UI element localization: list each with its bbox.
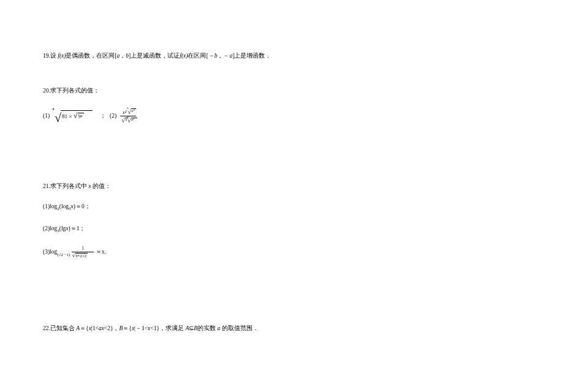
q21s3-num: 1	[81, 246, 85, 251]
q21s3-label: (3)log	[43, 249, 57, 255]
fraction-denominator: √x 10√x³	[120, 117, 136, 124]
fourth-root-icon: 4 √ 81 × √9²	[53, 108, 96, 125]
radicand-content: 81 × √9²	[62, 112, 77, 121]
cube-root-icon: 3√x³	[128, 108, 131, 115]
q21s3-sqrt-rad: 3+2√2	[75, 254, 86, 258]
exam-content: 19.设 f(x)是偶函数，在区间[a，b]上是减函数，试证f(x)在区间[－b…	[43, 52, 521, 345]
q21s3-den: √3+2√2	[72, 253, 94, 258]
q19-fx2: f(x)	[180, 53, 188, 59]
q22-number: 22.已知集合	[43, 325, 76, 331]
q19-fx: f(x)	[58, 53, 66, 59]
q21-number: 21.求下列各式中	[43, 183, 87, 189]
den-10-rad: x³	[131, 118, 134, 123]
q19-c2: ，－	[217, 53, 229, 59]
q22-eq1: ＝{	[80, 325, 89, 331]
root-degree: 4	[52, 107, 55, 113]
q20-math-row: (1) 4 √ 81 × √9² ； (2) x² 3√x³ √x 10√x³	[43, 108, 136, 125]
q22-end: 的取值范围．	[220, 325, 258, 331]
q19-t3: 在区间[－	[188, 53, 214, 59]
num-x2: x²	[123, 109, 126, 115]
inner-radicand: 9²	[78, 113, 82, 120]
q22-eq2: ＝{	[123, 325, 132, 331]
problem-21-title: 21.求下列各式中 x 的值：	[43, 183, 521, 190]
q21s1-left: (log	[59, 203, 69, 209]
den-10deg: 10	[126, 115, 129, 119]
q21s3-fraction: 1 √3+2√2	[72, 246, 94, 258]
problem-22: 22.已知集合 A＝{x|1<ax<2}，B＝{x|－1<x<1}，求满足 A⊆…	[43, 325, 521, 333]
q22-bar1: |1<	[91, 325, 99, 331]
problem-21-sub3: (3)log(√2 −1) 1 √3+2√2 ＝x.	[43, 246, 521, 258]
fraction-numerator: x² 3√x³	[121, 108, 135, 115]
vinculum-bar	[61, 110, 93, 111]
inner-surd-icon: √	[74, 111, 78, 120]
num-cbrt-rad: x³	[131, 109, 134, 114]
q21s1-label: (1)log	[43, 203, 57, 209]
q22-ax: ax	[99, 325, 104, 331]
q20-sub2-label: (2)	[110, 112, 116, 120]
q21s1-right: )＝0；	[74, 203, 91, 209]
q21-x: x	[87, 183, 93, 189]
problem-21-sub1: (1)log2(log5x)＝0；	[43, 203, 521, 213]
den-sqrt-icon: √x	[121, 117, 125, 124]
problem-20-title: 20.求下列各式的值：	[43, 87, 521, 95]
q19-t1: 是偶函数，在区间[	[66, 53, 116, 59]
problem-21-sub2: (2)log3(lgx)＝1；	[43, 225, 521, 235]
q21s2-label: (2)log	[43, 225, 57, 232]
q20-fraction: x² 3√x³ √x 10√x³	[120, 108, 136, 124]
q19-t4: ]上是增函数．	[232, 53, 271, 59]
q21-tail: 的值：	[93, 183, 111, 189]
q22-lt2: <2}，	[104, 325, 120, 331]
q21s3-eqx: ＝x.	[96, 249, 106, 255]
q19-number: 19.设	[43, 53, 58, 59]
radicand-81: 81 ×	[62, 113, 74, 119]
q20-number: 20.求下列各式的值：	[43, 88, 99, 94]
q20-sub1-label: (1)	[43, 112, 50, 120]
q19-t2: ]上是减函数，试证	[129, 53, 180, 59]
q22-bar2: |－1<	[134, 325, 148, 331]
problem-19: 19.设 f(x)是偶函数，在区间[a，b]上是减函数，试证f(x)在区间[－b…	[43, 52, 521, 60]
q21s2-left: (lg	[59, 225, 66, 232]
q22-tail: 的实数	[197, 325, 217, 331]
q21s3-base: (√2 −1)	[57, 252, 70, 257]
tenth-root-icon: 10√x³	[128, 117, 131, 124]
q22-lt1: <1}，求满足	[150, 325, 185, 331]
q20-semicolon: ；	[100, 112, 106, 120]
problem-20-expressions: (1) 4 √ 81 × √9² ； (2) x² 3√x³ √x 10√x³	[43, 108, 521, 125]
q21s3-sqrt-icon: √3+2√2	[72, 253, 86, 258]
q22-subset: ⊆	[189, 325, 194, 331]
q19-c1: ，	[120, 53, 126, 59]
q21s2-right: )＝1；	[69, 225, 86, 232]
inner-sqrt-icon: √9²	[74, 112, 78, 121]
radical-sign-icon: √	[55, 111, 61, 124]
